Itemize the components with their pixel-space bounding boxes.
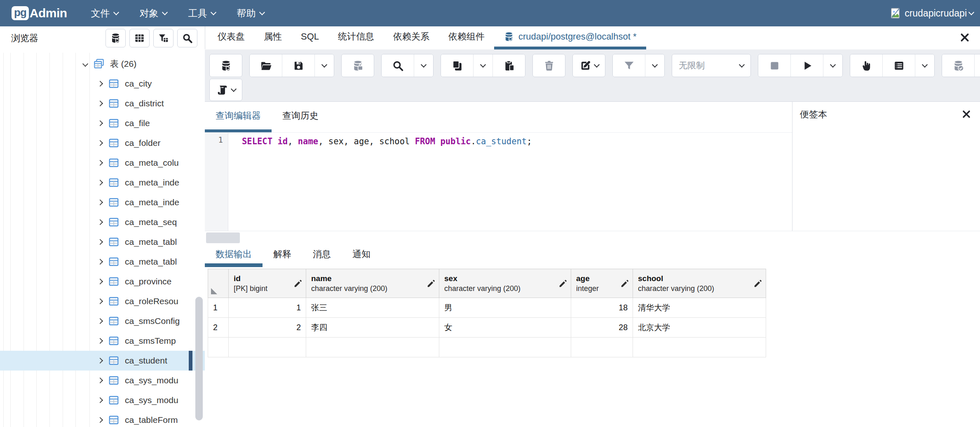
- tree-item-ca_sys_modu[interactable]: ca_sys_modu: [0, 371, 205, 390]
- grid-cell[interactable]: 28: [571, 318, 633, 338]
- tab-属性[interactable]: 属性: [254, 26, 291, 49]
- tree-item-ca_student[interactable]: ca_student: [0, 351, 205, 371]
- play-button[interactable]: [790, 54, 823, 77]
- tab-查询历史[interactable]: 查询历史: [272, 102, 329, 132]
- tab-数据输出[interactable]: 数据输出: [205, 245, 263, 267]
- tree-item-ca_smsConfig[interactable]: ca_smsConfig: [0, 311, 205, 331]
- tree-item-ca_meta_seq[interactable]: ca_meta_seq: [0, 212, 205, 232]
- row-number[interactable]: 1: [208, 298, 229, 318]
- sql-code-line[interactable]: SELECT id, name, sex, age, school FROM p…: [228, 133, 792, 231]
- macro-button[interactable]: [210, 79, 242, 101]
- grid-cell[interactable]: 李四: [306, 318, 439, 338]
- tree-item-ca_roleResou[interactable]: ca_roleResou: [0, 291, 205, 311]
- edit-column-pencil-icon[interactable]: [293, 279, 302, 288]
- tree-scrollbar[interactable]: [195, 297, 203, 420]
- search-button[interactable]: [382, 54, 414, 77]
- database-play-button[interactable]: [210, 54, 242, 77]
- paste-button[interactable]: [492, 54, 525, 77]
- column-header-school[interactable]: schoolcharacter varying (200): [633, 269, 766, 298]
- column-header-sex[interactable]: sexcharacter varying (200): [439, 269, 571, 298]
- row-number[interactable]: [208, 338, 229, 357]
- edit-column-pencil-icon[interactable]: [753, 279, 762, 288]
- tree-item-ca_meta_inde[interactable]: ca_meta_inde: [0, 192, 205, 212]
- row-limit-select[interactable]: 无限制: [672, 54, 750, 77]
- pgadmin-logo[interactable]: pg Admin: [12, 6, 67, 20]
- grid-cell[interactable]: 北京大学: [633, 318, 766, 338]
- grid-table-button[interactable]: [129, 29, 150, 47]
- grid-cell[interactable]: 男: [439, 298, 571, 318]
- funnel-table-button[interactable]: [153, 29, 173, 47]
- menu-工具[interactable]: 工具: [188, 7, 216, 20]
- tab-消息[interactable]: 消息: [302, 245, 342, 267]
- grid-cell[interactable]: [229, 338, 306, 357]
- tree-item-ca_province[interactable]: ca_province: [0, 272, 205, 291]
- row-number[interactable]: 2: [208, 318, 229, 338]
- dropdown-caret-button[interactable]: [915, 54, 934, 77]
- tab-统计信息[interactable]: 统计信息: [328, 26, 384, 49]
- tab-SQL[interactable]: SQL: [291, 26, 328, 49]
- edit-pencil-button[interactable]: [573, 54, 605, 77]
- filter-button[interactable]: [613, 54, 645, 77]
- edit-column-pencil-icon[interactable]: [427, 279, 436, 288]
- grid-cell[interactable]: 2: [229, 318, 306, 338]
- user-menu[interactable]: crudapicrudapi: [890, 7, 973, 19]
- edit-column-pencil-icon[interactable]: [620, 279, 629, 288]
- close-icon[interactable]: [959, 32, 971, 44]
- tab-仪表盘[interactable]: 仪表盘: [208, 26, 254, 49]
- copy-button[interactable]: [441, 54, 473, 77]
- tab-依赖组件[interactable]: 依赖组件: [439, 26, 494, 49]
- tree-item-ca_district[interactable]: ca_district: [0, 94, 205, 113]
- column-header-name[interactable]: namecharacter varying (200): [306, 269, 439, 298]
- grid-cell[interactable]: 1: [229, 298, 306, 318]
- folder-open-button[interactable]: [250, 54, 282, 77]
- tree-item-ca_meta_inde[interactable]: ca_meta_inde: [0, 173, 205, 192]
- grid-cell[interactable]: [439, 338, 571, 357]
- dropdown-caret-button[interactable]: [314, 54, 334, 77]
- menu-帮助[interactable]: 帮助: [237, 7, 264, 20]
- close-icon[interactable]: [961, 109, 972, 120]
- tab-解释[interactable]: 解释: [263, 245, 302, 267]
- panel-splitter[interactable]: [205, 231, 980, 246]
- tree-item-tables-root[interactable]: 表 (26): [0, 54, 205, 74]
- tab-依赖关系[interactable]: 依赖关系: [384, 26, 439, 49]
- stop-button[interactable]: [758, 54, 790, 77]
- tree-item-ca_file[interactable]: ca_file: [0, 113, 205, 133]
- list-button[interactable]: [882, 54, 915, 77]
- tab-查询编辑器[interactable]: 查询编辑器: [205, 102, 272, 132]
- menu-文件[interactable]: 文件: [91, 7, 118, 20]
- grid-cell[interactable]: 张三: [306, 298, 439, 318]
- tree-item-ca_meta_tabl[interactable]: ca_meta_tabl: [0, 232, 205, 252]
- tree-item-ca_sys_modu[interactable]: ca_sys_modu: [0, 390, 205, 410]
- hand-pointer-button[interactable]: [850, 54, 882, 77]
- tree-item-ca_meta_colu[interactable]: ca_meta_colu: [0, 153, 205, 173]
- dropdown-caret-button[interactable]: [473, 54, 492, 77]
- dropdown-caret-button[interactable]: [823, 54, 842, 77]
- grid-cell[interactable]: [306, 338, 439, 357]
- db-commit-button[interactable]: [942, 54, 974, 77]
- grid-cell[interactable]: 女: [439, 318, 571, 338]
- sql-editor[interactable]: 1 SELECT id, name, sex, age, school FROM…: [205, 133, 792, 231]
- grid-cell[interactable]: [633, 338, 766, 357]
- column-header-age[interactable]: ageinteger: [571, 269, 633, 298]
- database-play-button[interactable]: [106, 29, 126, 47]
- edit-column-pencil-icon[interactable]: [558, 279, 567, 288]
- tree-item-ca_meta_tabl[interactable]: ca_meta_tabl: [0, 252, 205, 272]
- dropdown-caret-button[interactable]: [414, 54, 433, 77]
- grid-cell[interactable]: [571, 338, 633, 357]
- trash-button[interactable]: [533, 54, 565, 77]
- tree-item-ca_smsTemp[interactable]: ca_smsTemp: [0, 331, 205, 351]
- tree-item-ca_tableForm[interactable]: ca_tableForm: [0, 410, 205, 427]
- scratch-pad-content[interactable]: [792, 127, 980, 241]
- select-all-corner[interactable]: [208, 269, 229, 298]
- db-rollback-button[interactable]: [974, 54, 980, 77]
- tab-通知[interactable]: 通知: [342, 245, 381, 267]
- dropdown-caret-button[interactable]: [645, 54, 664, 77]
- search-bold-button[interactable]: [177, 29, 197, 47]
- grid-cell[interactable]: 清华大学: [633, 298, 766, 318]
- splitter-handle[interactable]: [206, 232, 240, 243]
- tab-query-tool-connection[interactable]: crudapi/postgres@localhsot *: [494, 26, 646, 49]
- column-header-id[interactable]: id[PK] bigint: [229, 269, 306, 298]
- tree-item-ca_city[interactable]: ca_city: [0, 74, 205, 94]
- grid-cell[interactable]: 18: [571, 298, 633, 318]
- menu-对象[interactable]: 对象: [140, 7, 167, 20]
